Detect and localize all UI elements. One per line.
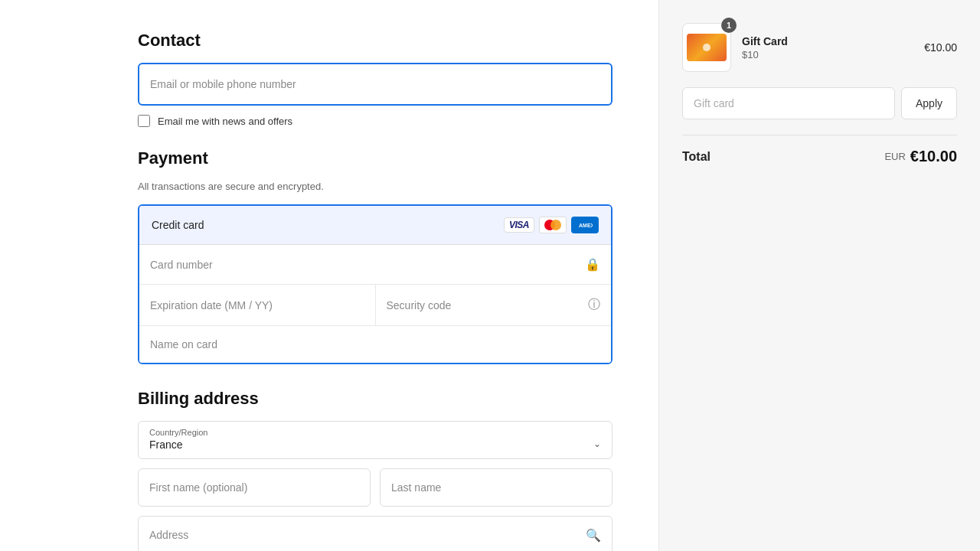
gift-card-input[interactable]	[682, 87, 895, 119]
card-fields: 🔒 ⓘ	[139, 245, 611, 363]
product-info: Gift Card $10	[742, 35, 913, 60]
card-number-input[interactable]	[150, 259, 585, 271]
expiry-field	[139, 285, 376, 325]
email-phone-input[interactable]	[138, 63, 612, 106]
gift-card-bow	[703, 44, 710, 51]
email-offers-label: Email me with news and offers	[158, 116, 292, 127]
name-on-card-input[interactable]	[150, 338, 600, 350]
mastercard-logo	[539, 217, 567, 233]
payment-subtitle: All transactions are secure and encrypte…	[138, 181, 612, 192]
order-item: 1 Gift Card $10 €10.00	[682, 23, 957, 72]
billing-section-title: Billing address	[138, 389, 612, 409]
contact-section-title: Contact	[138, 31, 612, 51]
country-region-label: Country/Region	[139, 422, 612, 437]
security-field: ⓘ	[376, 285, 612, 325]
security-input[interactable]	[387, 299, 589, 311]
total-row: Total EUR €10.00	[682, 148, 957, 165]
address-input[interactable]	[139, 517, 612, 551]
order-summary-panel: 1 Gift Card $10 €10.00 Apply Total EUR €…	[658, 0, 980, 551]
total-currency: EUR	[884, 151, 905, 162]
address-search-icon: 🔍	[586, 528, 601, 543]
svg-text:AMEX: AMEX	[579, 223, 593, 228]
country-select[interactable]: France Germany Spain United Kingdom	[139, 437, 612, 458]
card-number-row: 🔒	[139, 245, 611, 285]
apply-button[interactable]: Apply	[901, 87, 957, 119]
payment-section-title: Payment	[138, 148, 612, 168]
item-count-badge: 1	[721, 18, 737, 33]
last-name-input[interactable]	[380, 468, 612, 507]
country-region-wrapper: Country/Region France Germany Spain Unit…	[138, 421, 612, 459]
gift-card-row: Apply	[682, 87, 957, 119]
question-icon: ⓘ	[588, 297, 600, 313]
expiry-security-row: ⓘ	[139, 285, 611, 326]
credit-card-header: Credit card VISA AMEX	[139, 206, 611, 245]
lock-icon: 🔒	[585, 257, 600, 272]
amex-logo: AMEX	[571, 217, 599, 233]
total-amount-wrap: EUR €10.00	[884, 148, 957, 165]
visa-logo: VISA	[504, 217, 534, 233]
first-name-input[interactable]	[138, 468, 371, 507]
credit-card-label: Credit card	[152, 219, 204, 231]
expiry-input[interactable]	[150, 299, 364, 311]
name-row	[138, 468, 612, 507]
product-price: €10.00	[924, 41, 957, 54]
total-amount: €10.00	[910, 148, 957, 165]
divider	[682, 135, 957, 135]
address-wrapper: 🔍	[138, 516, 612, 551]
product-image-wrap: 1	[682, 23, 731, 72]
email-offers-checkbox[interactable]	[138, 115, 150, 127]
card-logos: VISA AMEX	[504, 217, 599, 233]
name-on-card-row	[139, 326, 611, 363]
credit-card-box: Credit card VISA AMEX	[138, 204, 612, 364]
product-price-sub: $10	[742, 49, 913, 60]
product-name: Gift Card	[742, 35, 913, 47]
gift-card-visual	[687, 34, 727, 61]
total-label: Total	[682, 150, 710, 164]
